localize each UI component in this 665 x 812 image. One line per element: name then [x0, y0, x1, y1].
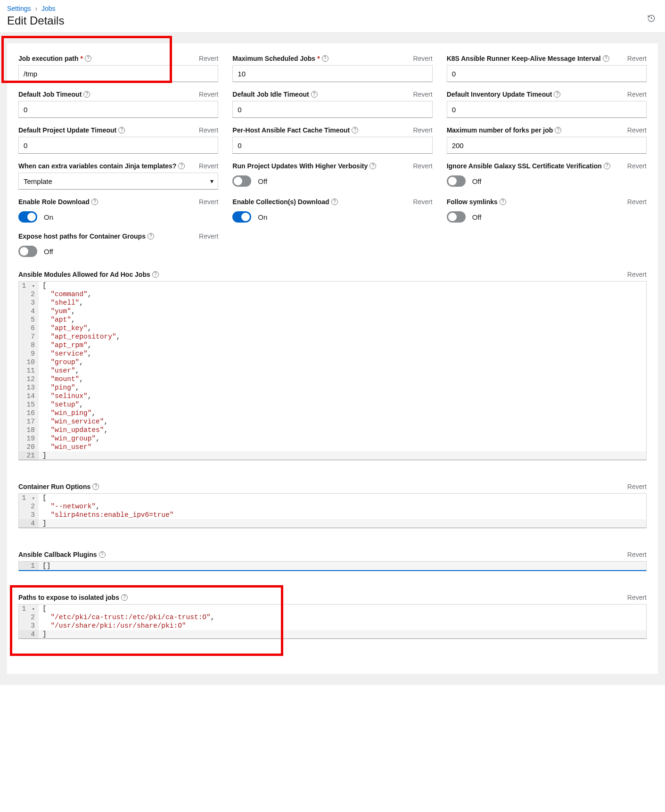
revert-button[interactable]: Revert: [199, 162, 218, 170]
job-exec-path-input[interactable]: [18, 65, 218, 82]
revert-button[interactable]: Revert: [413, 126, 432, 134]
help-icon[interactable]: ?: [603, 55, 609, 62]
help-icon[interactable]: ?: [92, 483, 99, 490]
revert-button[interactable]: Revert: [199, 232, 218, 240]
adhoc-modules-editor[interactable]: 1 ▾[2 "command",3 "shell",4 "yum",5 "apt…: [18, 281, 647, 460]
revert-button[interactable]: Revert: [627, 198, 647, 206]
label-run-proj-verb: Run Project Updates With Higher Verbosit…: [232, 162, 376, 170]
toggle-label: On: [258, 213, 267, 221]
max-scheduled-input[interactable]: [232, 65, 432, 82]
history-icon[interactable]: [647, 14, 656, 23]
def-job-timeout-input[interactable]: [18, 101, 218, 118]
enable-coll-toggle[interactable]: [232, 211, 251, 223]
label-adhoc-modules: Ansible Modules Allowed for Ad Hoc Jobs …: [18, 271, 159, 278]
label-def-job-timeout: Default Job Timeout ?: [18, 91, 90, 98]
breadcrumb-jobs[interactable]: Jobs: [41, 5, 56, 12]
ignore-galaxy-toggle[interactable]: [447, 175, 466, 187]
breadcrumb-settings[interactable]: Settings: [7, 5, 31, 12]
label-ignore-galaxy: Ignore Ansible Galaxy SSL Certificate Ve…: [447, 162, 610, 170]
label-job-exec-path: Job execution path * ?: [18, 55, 91, 62]
k8s-keepalive-input[interactable]: [447, 65, 647, 82]
label-enable-role: Enable Role Download ?: [18, 198, 98, 206]
label-per-host-cache: Per-Host Ansible Fact Cache Timeout ?: [232, 126, 358, 134]
help-icon[interactable]: ?: [148, 233, 154, 240]
toggle-label: Off: [44, 248, 53, 256]
def-proj-update-input[interactable]: [18, 137, 218, 154]
container-run-editor[interactable]: 1 ▾[2 "--network",3 "slirp4netns:enable_…: [18, 493, 647, 528]
enable-role-toggle[interactable]: [18, 211, 37, 223]
help-icon[interactable]: ?: [331, 199, 338, 205]
help-icon[interactable]: ?: [118, 127, 125, 133]
revert-button[interactable]: Revert: [627, 55, 647, 62]
max-forks-input[interactable]: [447, 137, 647, 154]
label-def-inv-update: Default Inventory Update Timeout ?: [447, 91, 561, 98]
help-icon[interactable]: ?: [178, 163, 185, 169]
per-host-cache-input[interactable]: [232, 137, 432, 154]
help-icon[interactable]: ?: [91, 199, 98, 205]
chevron-right-icon: ›: [35, 5, 37, 12]
help-icon[interactable]: ?: [99, 551, 106, 558]
breadcrumb: Settings › Jobs: [7, 5, 658, 12]
revert-button[interactable]: Revert: [413, 91, 432, 98]
revert-button[interactable]: Revert: [627, 271, 647, 278]
label-def-idle: Default Job Idle Timeout ?: [232, 91, 317, 98]
follow-sym-toggle[interactable]: [447, 211, 466, 223]
revert-button[interactable]: Revert: [627, 594, 647, 601]
help-icon[interactable]: ?: [311, 91, 318, 98]
label-expose-host: Expose host paths for Container Groups ?: [18, 232, 154, 240]
help-icon[interactable]: ?: [554, 91, 560, 98]
toggle-label: Off: [472, 213, 482, 221]
isolated-paths-editor[interactable]: 1 ▾[2 "/etc/pki/ca-trust:/etc/pki/ca-tru…: [18, 604, 647, 639]
def-idle-input[interactable]: [232, 101, 432, 118]
label-def-proj-update: Default Project Update Timeout ?: [18, 126, 125, 134]
help-icon[interactable]: ?: [121, 594, 128, 601]
help-icon[interactable]: ?: [152, 271, 159, 278]
revert-button[interactable]: Revert: [413, 198, 432, 206]
jinja-select[interactable]: [18, 173, 218, 190]
revert-button[interactable]: Revert: [413, 55, 432, 62]
revert-button[interactable]: Revert: [627, 483, 647, 490]
toggle-label: Off: [258, 177, 267, 185]
revert-button[interactable]: Revert: [199, 198, 218, 206]
help-icon[interactable]: ?: [555, 127, 561, 133]
revert-button[interactable]: Revert: [627, 551, 647, 558]
label-isolated-paths: Paths to expose to isolated jobs ?: [18, 594, 128, 601]
label-callback-plugins: Ansible Callback Plugins ?: [18, 551, 106, 558]
label-k8s-keepalive: K8S Ansible Runner Keep-Alive Message In…: [447, 55, 609, 62]
revert-button[interactable]: Revert: [199, 126, 218, 134]
label-max-scheduled: Maximum Scheduled Jobs * ?: [232, 55, 328, 62]
revert-button[interactable]: Revert: [199, 91, 218, 98]
callback-plugins-editor[interactable]: 1 []: [18, 561, 647, 571]
label-max-forks: Maximum number of forks per job ?: [447, 126, 562, 134]
label-follow-sym: Follow symlinks ?: [447, 198, 506, 206]
expose-host-toggle[interactable]: [18, 246, 37, 257]
label-jinja: When can extra variables contain Jinja t…: [18, 162, 185, 170]
toggle-label: Off: [472, 177, 482, 185]
revert-button[interactable]: Revert: [413, 162, 432, 170]
page-title: Edit Details: [7, 14, 658, 27]
toggle-label: On: [44, 213, 53, 221]
revert-button[interactable]: Revert: [627, 126, 647, 134]
run-proj-verb-toggle[interactable]: [232, 175, 251, 187]
def-inv-update-input[interactable]: [447, 101, 647, 118]
revert-button[interactable]: Revert: [627, 162, 647, 170]
help-icon[interactable]: ?: [85, 55, 91, 62]
help-icon[interactable]: ?: [322, 55, 328, 62]
help-icon[interactable]: ?: [604, 163, 610, 169]
help-icon[interactable]: ?: [369, 163, 376, 169]
help-icon[interactable]: ?: [500, 199, 506, 205]
label-enable-coll: Enable Collection(s) Download ?: [232, 198, 337, 206]
revert-button[interactable]: Revert: [199, 55, 218, 62]
help-icon[interactable]: ?: [83, 91, 90, 98]
label-container-run: Container Run Options ?: [18, 483, 99, 490]
revert-button[interactable]: Revert: [627, 91, 647, 98]
help-icon[interactable]: ?: [352, 127, 358, 133]
